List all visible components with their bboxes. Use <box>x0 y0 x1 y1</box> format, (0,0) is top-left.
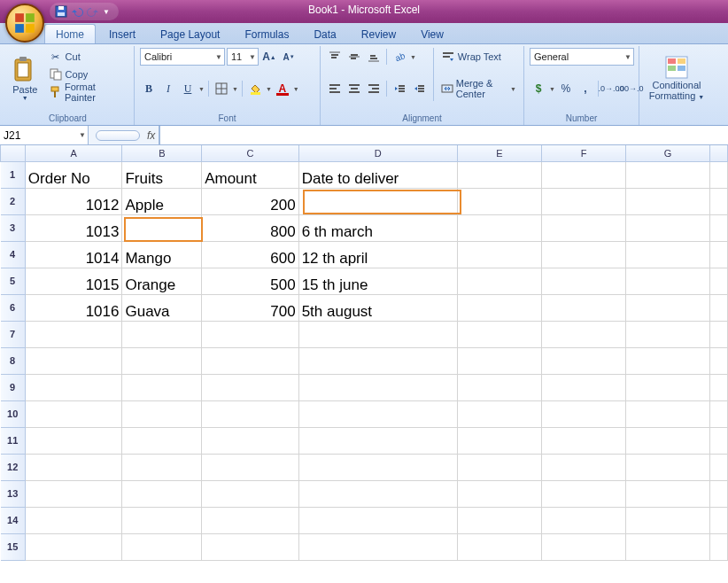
conditional-formatting-button[interactable]: Conditional Formatting ▼ <box>645 48 709 106</box>
cell-F8[interactable] <box>541 347 625 374</box>
cell-F3[interactable] <box>541 214 625 241</box>
cell-extra-7[interactable] <box>710 321 728 347</box>
cell-C9[interactable] <box>202 374 299 400</box>
accounting-format-button[interactable]: $ <box>530 80 547 97</box>
cell-G8[interactable] <box>626 347 710 374</box>
cell-G13[interactable] <box>626 480 710 507</box>
cell-E12[interactable] <box>457 454 541 480</box>
cell-F10[interactable] <box>541 400 625 427</box>
tab-home[interactable]: Home <box>44 24 96 43</box>
cell-extra-11[interactable] <box>710 427 728 454</box>
cell-A5[interactable]: 1015 <box>25 268 122 294</box>
cell-E2[interactable] <box>457 188 541 214</box>
cell-F12[interactable] <box>541 454 625 480</box>
save-icon[interactable] <box>55 5 67 18</box>
align-center-button[interactable] <box>345 80 363 97</box>
format-painter-button[interactable]: Format Painter <box>47 83 128 101</box>
cell-E13[interactable] <box>457 480 541 507</box>
tab-insert[interactable]: Insert <box>97 24 147 43</box>
cell-D9[interactable] <box>298 374 457 400</box>
cell-E9[interactable] <box>457 374 541 400</box>
cell-G2[interactable] <box>626 188 710 214</box>
col-header-C[interactable]: C <box>202 145 299 161</box>
cell-extra-1[interactable] <box>710 161 728 188</box>
cell-extra-10[interactable] <box>710 400 728 427</box>
cell-G5[interactable] <box>626 268 710 294</box>
col-header-D[interactable]: D <box>298 145 457 161</box>
tab-view[interactable]: View <box>409 24 455 43</box>
cell-A2[interactable]: 1012 <box>25 188 122 214</box>
cell-B4[interactable]: Mango <box>122 241 202 268</box>
cell-E6[interactable] <box>457 294 541 321</box>
col-header-A[interactable]: A <box>25 145 122 161</box>
cell-C5[interactable]: 500 <box>202 268 299 294</box>
cell-C10[interactable] <box>202 400 299 427</box>
cell-extra-5[interactable] <box>710 268 728 294</box>
cell-E14[interactable] <box>457 507 541 533</box>
cell-A10[interactable] <box>25 400 122 427</box>
cell-D15[interactable] <box>298 533 457 560</box>
percent-button[interactable]: % <box>557 80 575 97</box>
col-header-F[interactable]: F <box>541 145 625 161</box>
cell-D3[interactable]: 6 th march <box>298 214 457 241</box>
row-header-2[interactable]: 2 <box>1 188 26 214</box>
cell-G4[interactable] <box>626 241 710 268</box>
row-header-12[interactable]: 12 <box>1 454 26 480</box>
cell-C12[interactable] <box>202 454 299 480</box>
number-format-combo[interactable]: General▼ <box>530 48 634 66</box>
cell-F5[interactable] <box>541 268 625 294</box>
paste-button[interactable]: Paste ▼ <box>7 48 43 106</box>
cell-E15[interactable] <box>457 533 541 560</box>
cell-E7[interactable] <box>457 321 541 347</box>
copy-button[interactable]: Copy <box>47 66 128 83</box>
cell-B1[interactable]: Fruits <box>122 161 202 188</box>
cell-extra-4[interactable] <box>710 241 728 268</box>
cell-A7[interactable] <box>25 321 122 347</box>
align-bottom-button[interactable] <box>365 48 383 66</box>
cell-C7[interactable] <box>202 321 299 347</box>
cell-extra-6[interactable] <box>710 294 728 321</box>
font-name-combo[interactable]: Calibri▼ <box>140 48 225 66</box>
row-header-14[interactable]: 14 <box>1 507 26 533</box>
cell-B15[interactable] <box>122 533 202 560</box>
cell-G1[interactable] <box>626 161 710 188</box>
cell-E5[interactable] <box>457 268 541 294</box>
cell-A11[interactable] <box>25 427 122 454</box>
align-left-button[interactable] <box>326 80 344 97</box>
cell-extra-9[interactable] <box>710 374 728 400</box>
cell-B2[interactable]: Apple <box>122 188 202 214</box>
cell-B9[interactable] <box>122 374 202 400</box>
cell-C8[interactable] <box>202 347 299 374</box>
row-header-7[interactable]: 7 <box>1 321 26 347</box>
cell-B5[interactable]: Orange <box>122 268 202 294</box>
cell-extra-2[interactable] <box>710 188 728 214</box>
cell-extra-15[interactable] <box>710 533 728 560</box>
cell-E11[interactable] <box>457 427 541 454</box>
cell-B12[interactable] <box>122 454 202 480</box>
col-header-extra[interactable] <box>710 145 728 161</box>
cell-A12[interactable] <box>25 454 122 480</box>
cell-B7[interactable] <box>122 321 202 347</box>
cell-A14[interactable] <box>25 507 122 533</box>
cell-F1[interactable] <box>541 161 625 188</box>
orientation-button[interactable]: ab <box>391 48 408 66</box>
cell-F2[interactable] <box>541 188 625 214</box>
cell-C13[interactable] <box>202 480 299 507</box>
italic-button[interactable]: I <box>159 80 177 97</box>
cell-F13[interactable] <box>541 480 625 507</box>
align-top-button[interactable] <box>326 48 344 66</box>
cell-E4[interactable] <box>457 241 541 268</box>
name-box-dropdown-icon[interactable]: ▼ <box>79 131 86 139</box>
cell-A9[interactable] <box>25 374 122 400</box>
cell-B14[interactable] <box>122 507 202 533</box>
col-header-E[interactable]: E <box>457 145 541 161</box>
fill-color-button[interactable] <box>246 80 264 97</box>
cell-D11[interactable] <box>298 427 457 454</box>
cell-C2[interactable]: 200 <box>202 188 299 214</box>
cell-E10[interactable] <box>457 400 541 427</box>
cell-F4[interactable] <box>541 241 625 268</box>
cell-A4[interactable]: 1014 <box>25 241 122 268</box>
cell-A6[interactable]: 1016 <box>25 294 122 321</box>
worksheet-grid[interactable]: ABCDEFG1Order NoFruitsAmountDate to deli… <box>0 145 728 561</box>
col-header-G[interactable]: G <box>626 145 710 161</box>
